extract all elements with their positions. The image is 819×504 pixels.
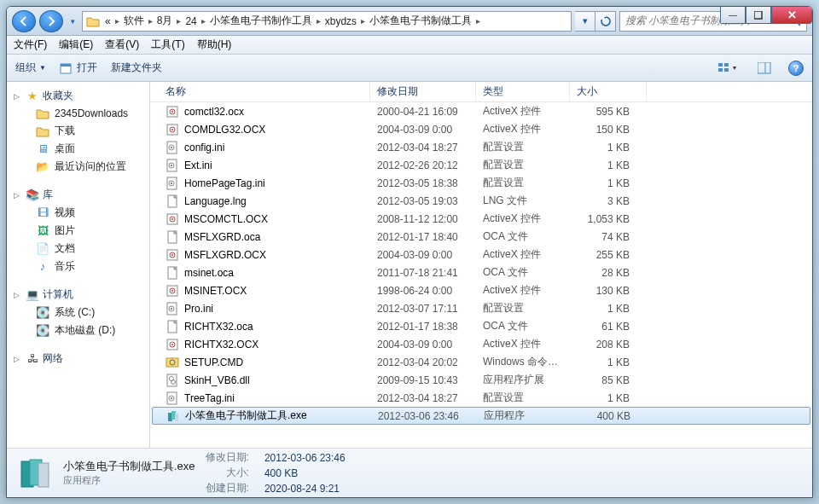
- sidebar-item[interactable]: 💽系统 (C:): [9, 304, 149, 322]
- file-date: 2012-03-05 19:03: [370, 195, 476, 207]
- file-type: ActiveX 控件: [476, 283, 570, 298]
- sidebar-item[interactable]: 🖥桌面: [9, 140, 149, 158]
- sidebar-item[interactable]: 🎞视频: [9, 204, 149, 222]
- file-row[interactable]: MSINET.OCX1998-06-24 0:00ActiveX 控件130 K…: [150, 281, 812, 299]
- open-button[interactable]: 打开: [60, 61, 97, 75]
- file-row[interactable]: MSFLXGRD.OCX2004-03-09 0:00ActiveX 控件255…: [150, 246, 812, 264]
- desktop-icon: 🖥: [36, 142, 49, 156]
- sidebar-favorites[interactable]: ▷★收藏夹: [9, 87, 149, 105]
- svg-rect-58: [38, 463, 49, 487]
- file-date: 2012-03-07 17:11: [370, 303, 476, 315]
- menu-view[interactable]: 查看(V): [105, 38, 139, 52]
- address-bar[interactable]: «▸ 软件▸ 8月▸ 24▸ 小笨鱼电子书制作工具▸ xbydzs▸ 小笨鱼电子…: [82, 11, 572, 32]
- file-row[interactable]: 小笨鱼电子书制做工具.exe2012-03-06 23:46应用程序400 KB: [152, 407, 810, 425]
- crumb[interactable]: 小笨鱼电子书制作工具: [208, 14, 314, 28]
- sidebar-item[interactable]: ♪音乐: [9, 258, 149, 275]
- details-filename: 小笨鱼电子书制做工具.exe: [63, 459, 195, 474]
- file-row[interactable]: COMDLG32.OCX2004-03-09 0:00ActiveX 控件150…: [150, 120, 812, 138]
- organize-button[interactable]: 组织▼: [15, 61, 46, 75]
- file-size: 1 KB: [570, 142, 647, 154]
- file-type: OCA 文件: [476, 265, 570, 280]
- arrow-left-icon: [18, 15, 30, 27]
- file-row[interactable]: msinet.oca2011-07-18 21:41OCA 文件28 KB: [150, 264, 812, 281]
- svg-rect-22: [171, 165, 172, 166]
- preview-pane-button[interactable]: [754, 62, 775, 74]
- file-icon: [166, 374, 179, 387]
- minimize-button[interactable]: —: [720, 7, 746, 24]
- explorer-window: — ✕ ▾ «▸ 软件▸ 8月▸ 24▸ 小笨鱼电子书制作工具▸ xbydzs▸…: [6, 6, 813, 498]
- sidebar-item[interactable]: 🖼图片: [9, 222, 149, 240]
- svg-point-16: [171, 129, 173, 130]
- forward-button[interactable]: [39, 10, 63, 32]
- sidebar-network[interactable]: ▷🖧网络: [9, 350, 149, 368]
- details-mod-label: 修改日期:: [206, 450, 249, 465]
- sidebar-item[interactable]: 2345Downloads: [9, 105, 149, 122]
- sidebar-libraries[interactable]: ▷📚库: [9, 186, 149, 204]
- file-type: ActiveX 控件: [476, 247, 570, 262]
- menu-edit[interactable]: 编辑(E): [59, 38, 93, 52]
- menu-tools[interactable]: 工具(T): [151, 38, 184, 52]
- file-icon: [166, 320, 179, 333]
- file-row[interactable]: RICHTX32.OCX2004-03-09 0:00ActiveX 控件208…: [150, 335, 812, 353]
- maximize-button[interactable]: [746, 7, 771, 24]
- crumb[interactable]: «: [103, 15, 113, 27]
- svg-rect-55: [175, 414, 178, 421]
- column-size[interactable]: 大小: [570, 82, 647, 102]
- file-icon: [166, 302, 179, 316]
- file-row[interactable]: Pro.ini2012-03-07 17:11配置设置1 KB: [150, 299, 812, 317]
- column-type[interactable]: 类型: [476, 82, 570, 102]
- details-size-label: 大小:: [206, 466, 249, 480]
- svg-rect-25: [171, 182, 172, 184]
- crumb-sep: ▸: [358, 16, 368, 26]
- help-button[interactable]: ?: [788, 61, 804, 76]
- file-row[interactable]: Language.lng2012-03-05 19:03LNG 文件3 KB: [150, 192, 812, 210]
- sidebar-item[interactable]: 📂最近访问的位置: [9, 158, 149, 176]
- file-icon: [166, 230, 179, 244]
- column-date[interactable]: 修改日期: [370, 82, 476, 102]
- sidebar-item[interactable]: 📄文档: [9, 240, 149, 258]
- arrow-right-icon: [45, 15, 57, 27]
- file-icon: [166, 248, 179, 262]
- file-size: 1,053 KB: [570, 213, 647, 225]
- file-row[interactable]: MSCOMCTL.OCX2008-11-12 12:00ActiveX 控件1,…: [150, 210, 812, 228]
- sidebar-item[interactable]: 💽本地磁盘 (D:): [9, 322, 149, 339]
- close-button[interactable]: ✕: [771, 7, 812, 24]
- file-icon: [166, 194, 179, 208]
- crumb[interactable]: 8月: [155, 14, 175, 28]
- file-icon: [166, 123, 179, 136]
- details-create-label: 创建日期:: [206, 481, 249, 495]
- menu-help[interactable]: 帮助(H): [197, 38, 232, 52]
- column-name[interactable]: 名称: [159, 82, 370, 102]
- file-rows[interactable]: comctl32.ocx2000-04-21 16:09ActiveX 控件59…: [150, 102, 812, 448]
- sidebar-computer[interactable]: ▷💻计算机: [9, 286, 149, 304]
- file-row[interactable]: RICHTX32.oca2012-01-17 18:38OCA 文件61 KB: [150, 317, 812, 335]
- crumb-sep: ▸: [473, 16, 483, 26]
- file-row[interactable]: MSFLXGRD.oca2012-01-17 18:40OCA 文件74 KB: [150, 228, 812, 246]
- file-row[interactable]: config.ini2012-03-04 18:27配置设置1 KB: [150, 138, 812, 156]
- network-icon: 🖧: [26, 352, 39, 366]
- file-row[interactable]: SETUP.CMD2012-03-04 20:02Windows 命令脚本1 K…: [150, 353, 812, 371]
- file-row[interactable]: HomePageTag.ini2012-03-05 18:38配置设置1 KB: [150, 174, 812, 192]
- crumb[interactable]: 24: [183, 15, 198, 27]
- crumb[interactable]: 软件: [122, 14, 146, 28]
- crumb[interactable]: 小笨鱼电子书制做工具: [368, 14, 473, 28]
- new-folder-button[interactable]: 新建文件夹: [111, 61, 162, 75]
- file-name: MSFLXGRD.oca: [184, 231, 260, 243]
- history-dropdown[interactable]: ▾: [67, 17, 78, 26]
- crumb[interactable]: xbydzs: [323, 15, 358, 27]
- refresh-button[interactable]: [595, 11, 616, 32]
- folder-icon: [36, 125, 49, 138]
- file-row[interactable]: TreeTag.ini2012-03-04 18:27配置设置1 KB: [150, 389, 812, 407]
- file-row[interactable]: SkinH_VB6.dll2009-09-15 10:43应用程序扩展85 KB: [150, 371, 812, 389]
- file-row[interactable]: comctl32.ocx2000-04-21 16:09ActiveX 控件59…: [150, 102, 812, 120]
- address-dropdown[interactable]: ▾: [575, 11, 595, 32]
- back-button[interactable]: [12, 10, 36, 32]
- sidebar-item[interactable]: 下载: [9, 122, 149, 140]
- file-row[interactable]: Ext.ini2012-02-26 20:12配置设置1 KB: [150, 156, 812, 174]
- file-size: 3 KB: [570, 195, 647, 207]
- menu-file[interactable]: 文件(F): [14, 38, 47, 52]
- file-type: 配置设置: [476, 301, 570, 316]
- details-pane: 小笨鱼电子书制做工具.exe 应用程序 修改日期:2012-03-06 23:4…: [7, 448, 812, 497]
- view-options-button[interactable]: [715, 62, 741, 74]
- file-name: COMDLG32.OCX: [184, 124, 265, 136]
